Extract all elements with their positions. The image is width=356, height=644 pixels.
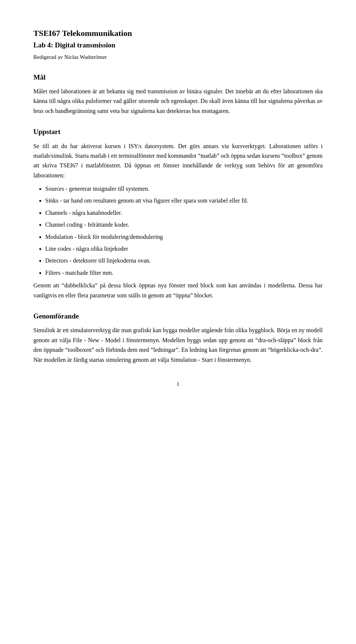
page-number: 1 [33,380,323,388]
section-genomforande: Genomförande Simulink är ett simulatorve… [33,311,323,365]
toolbox-list: Sources - genererar insignaler till syst… [45,184,323,278]
section-mal-paragraph1: Målet med laborationen är att bekanta si… [33,87,323,116]
list-item: Channels - några kanalmodeller. [45,208,323,218]
title-block: TSEI67 Telekommunikation Lab 4: Digital … [33,27,323,61]
section-uppstart: Uppstart Se till att du har aktiverat ku… [33,126,323,300]
list-item: Sources - genererar insignaler till syst… [45,184,323,194]
list-item: Channel coding - felrättande koder. [45,220,323,230]
section-genomforande-paragraph1: Simulink är ett simulatorverktyg där man… [33,326,323,365]
section-mal: Mål Målet med laborationen är att bekant… [33,72,323,116]
list-item: Sinks - tar hand om resultaten genom att… [45,196,323,206]
section-heading-mal: Mål [33,72,323,83]
section-uppstart-paragraph1: Se till att du har aktiverat kursen i IS… [33,141,323,181]
section-heading-uppstart: Uppstart [33,126,323,137]
list-item: Line codes - några olika linjekoder [45,244,323,254]
author-label: Redigerad av Niclas Wadströmer [33,53,323,61]
section-uppstart-paragraph2: Genom att “dubbelklicka” på dessa block … [33,281,323,300]
section-heading-genomforande: Genomförande [33,311,323,322]
list-item: Filters - matchade filter mm. [45,268,323,278]
list-item: Detectors - detektorer till linjekoderna… [45,256,323,266]
page: TSEI67 Telekommunikation Lab 4: Digital … [0,0,356,644]
course-title: TSEI67 Telekommunikation [33,27,323,40]
list-item: Modulation - block för modulering/demodu… [45,232,323,242]
lab-title: Lab 4: Digital transmission [33,40,323,51]
